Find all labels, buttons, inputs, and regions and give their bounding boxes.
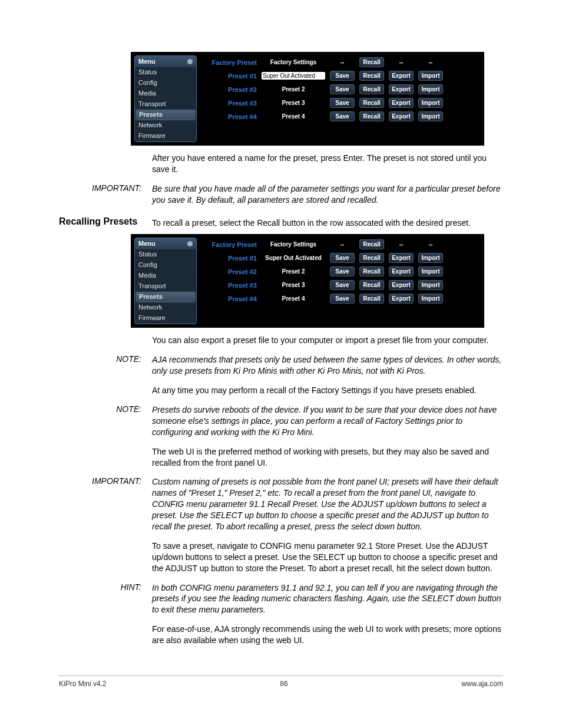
save-button[interactable]: Save xyxy=(330,294,355,304)
import-button[interactable]: Import xyxy=(418,71,443,81)
important-label: IMPORTANT: xyxy=(59,183,152,206)
dash: -- xyxy=(330,59,355,65)
preset-ui-screenshot-2: Menu StatusConfigMediaTransportPresetsNe… xyxy=(131,234,484,328)
section-lead: To recall a preset, select the Recall bu… xyxy=(152,216,503,229)
export-button[interactable]: Export xyxy=(389,253,414,263)
save-button[interactable]: Save xyxy=(330,280,355,290)
export-button[interactable]: Export xyxy=(389,280,414,290)
recall-button[interactable]: Recall xyxy=(359,239,384,249)
important-text: Be sure that you have made all of the pa… xyxy=(152,183,503,206)
export-button[interactable]: Export xyxy=(389,98,414,108)
import-button[interactable]: Import xyxy=(418,294,443,304)
recall-button[interactable]: Recall xyxy=(359,253,384,263)
preset-name: Preset 3 xyxy=(262,282,325,288)
export-button[interactable]: Export xyxy=(389,294,414,304)
sidebar-header: Menu xyxy=(135,238,196,249)
export-button[interactable]: Export xyxy=(389,266,414,276)
export-button[interactable]: Export xyxy=(389,71,414,81)
preset-label: Preset #4 xyxy=(211,113,257,120)
sidebar-item-transport[interactable]: Transport xyxy=(135,99,196,110)
preset-table: Factory Preset Factory Settings -- Recal… xyxy=(211,55,481,142)
sidebar-item-config[interactable]: Config xyxy=(135,78,196,88)
collapse-icon[interactable] xyxy=(187,241,193,246)
import-button[interactable]: Import xyxy=(418,280,443,290)
import-button[interactable]: Import xyxy=(418,266,443,276)
preset-label: Preset #3 xyxy=(211,282,257,289)
sidebar-item-firmware[interactable]: Firmware xyxy=(135,313,196,324)
save-button[interactable]: Save xyxy=(330,266,355,276)
preset-name: Preset 4 xyxy=(262,113,325,120)
sidebar-title: Menu xyxy=(138,241,156,247)
import-button[interactable]: Import xyxy=(418,84,443,94)
export-button[interactable]: Export xyxy=(389,84,414,94)
preset-row: Preset #2Preset 2SaveRecallExportImport xyxy=(211,265,481,278)
preset-name: Preset 2 xyxy=(262,268,325,275)
preset-row: Preset #2Preset 2SaveRecallExportImport xyxy=(211,83,481,96)
recall-button[interactable]: Recall xyxy=(359,294,384,304)
body-text: At any time you may perform a recall of … xyxy=(152,385,503,396)
preset-row: Preset #1Super Out ActivatedSaveRecallEx… xyxy=(211,251,481,265)
preset-ui-screenshot-1: Menu StatusConfigMediaTransportPresetsNe… xyxy=(131,52,484,146)
preset-name: Preset 4 xyxy=(262,295,325,302)
save-button[interactable]: Save xyxy=(330,98,355,108)
sidebar-item-status[interactable]: Status xyxy=(135,67,196,78)
sidebar: Menu StatusConfigMediaTransportPresetsNe… xyxy=(134,238,197,324)
recall-button[interactable]: Recall xyxy=(359,84,384,94)
factory-preset-name: Factory Settings xyxy=(262,241,325,248)
body-text: To save a preset, navigate to CONFIG men… xyxy=(152,541,503,574)
sidebar-item-firmware[interactable]: Firmware xyxy=(135,131,196,141)
sidebar-item-media[interactable]: Media xyxy=(135,88,196,99)
export-button[interactable]: Export xyxy=(389,111,414,121)
preset-label: Preset #4 xyxy=(211,295,257,302)
preset-name-input[interactable]: Super Out Activated xyxy=(262,72,325,80)
footer-page-number: 86 xyxy=(280,680,287,688)
preset-row: Preset #4Preset 4SaveRecallExportImport xyxy=(211,292,481,305)
body-text: For ease-of-use, AJA strongly recommends… xyxy=(152,624,503,646)
sidebar-header: Menu xyxy=(135,56,196,67)
recall-button[interactable]: Recall xyxy=(359,98,384,108)
sidebar-item-presets[interactable]: Presets xyxy=(135,292,196,302)
save-button[interactable]: Save xyxy=(330,84,355,94)
sidebar-item-config[interactable]: Config xyxy=(135,260,196,271)
save-button[interactable]: Save xyxy=(330,111,355,121)
preset-row: Preset #1Super Out ActivatedSaveRecallEx… xyxy=(211,69,481,83)
preset-label: Preset #1 xyxy=(211,255,257,262)
sidebar-item-network[interactable]: Network xyxy=(135,120,196,131)
dash: -- xyxy=(418,59,443,65)
save-button[interactable]: Save xyxy=(330,71,355,81)
sidebar-item-status[interactable]: Status xyxy=(135,249,196,260)
factory-preset-label: Factory Preset xyxy=(211,59,257,66)
import-button[interactable]: Import xyxy=(418,98,443,108)
footer-url: www.aja.com xyxy=(461,680,503,688)
recall-button[interactable]: Recall xyxy=(359,280,384,290)
important-label: IMPORTANT: xyxy=(59,476,152,532)
body-text: You can also export a preset file to you… xyxy=(152,335,503,346)
sidebar-item-presets[interactable]: Presets xyxy=(135,110,196,120)
note-text: Presets do survive reboots of the device… xyxy=(152,404,503,438)
dash: -- xyxy=(418,241,443,248)
preset-header-row: Factory Preset Factory Settings -- Recal… xyxy=(211,55,481,69)
recall-button[interactable]: Recall xyxy=(359,266,384,276)
collapse-icon[interactable] xyxy=(187,59,193,64)
recall-button[interactable]: Recall xyxy=(359,57,384,67)
sidebar: Menu StatusConfigMediaTransportPresetsNe… xyxy=(134,55,197,142)
preset-header-row: Factory Preset Factory Settings -- Recal… xyxy=(211,238,481,251)
note-label: NOTE: xyxy=(59,404,152,438)
factory-preset-name: Factory Settings xyxy=(262,59,325,65)
sidebar-item-transport[interactable]: Transport xyxy=(135,281,196,292)
sidebar-item-media[interactable]: Media xyxy=(135,271,196,281)
recall-button[interactable]: Recall xyxy=(359,71,384,81)
preset-name: Preset 3 xyxy=(262,100,325,106)
body-text: The web UI is the preferred method of wo… xyxy=(152,446,503,469)
preset-table: Factory Preset Factory Settings -- Recal… xyxy=(211,238,481,324)
save-button[interactable]: Save xyxy=(330,253,355,263)
factory-preset-label: Factory Preset xyxy=(211,241,257,248)
preset-name: Super Out Activated xyxy=(262,255,325,261)
sidebar-item-network[interactable]: Network xyxy=(135,302,196,313)
preset-row: Preset #3Preset 3SaveRecallExportImport xyxy=(211,278,481,292)
import-button[interactable]: Import xyxy=(418,111,443,121)
import-button[interactable]: Import xyxy=(418,253,443,263)
preset-row: Preset #3Preset 3SaveRecallExportImport xyxy=(211,96,481,110)
recall-button[interactable]: Recall xyxy=(359,111,384,121)
preset-row: Preset #4Preset 4SaveRecallExportImport xyxy=(211,110,481,123)
